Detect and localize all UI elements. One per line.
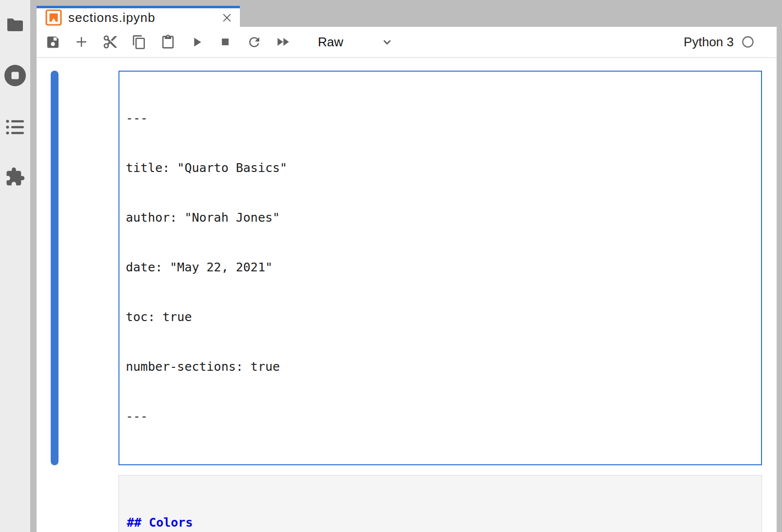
code-line: --- bbox=[126, 110, 755, 127]
restart-kernel-button[interactable] bbox=[246, 34, 262, 50]
code-line: ## Colors bbox=[127, 514, 754, 531]
code-line: --- bbox=[126, 408, 755, 425]
copy-cells-button[interactable] bbox=[131, 34, 147, 50]
fast-forward-icon bbox=[275, 34, 291, 50]
notebook-panel: --- title: "Quarto Basics" author: "Nora… bbox=[37, 58, 777, 532]
list-icon bbox=[6, 119, 24, 137]
cell-type-select[interactable]: Raw bbox=[318, 32, 393, 52]
tab-bar: sections.ipynb bbox=[37, 0, 777, 27]
run-icon bbox=[189, 35, 204, 50]
run-all-button[interactable] bbox=[274, 34, 291, 50]
main-dock-panel: sections.ipynb bbox=[37, 0, 777, 532]
plus-icon bbox=[74, 35, 89, 49]
kernel-status-icon[interactable] bbox=[742, 36, 754, 48]
code-line: number-sections: true bbox=[126, 359, 755, 375]
cell-raw-frontmatter: --- title: "Quarto Basics" author: "Nora… bbox=[118, 71, 762, 465]
kernel-name[interactable]: Python 3 bbox=[684, 35, 734, 50]
left-activity-bar bbox=[0, 0, 30, 532]
chevron-down-icon bbox=[381, 36, 393, 48]
save-icon bbox=[45, 35, 60, 50]
save-button[interactable] bbox=[44, 34, 61, 50]
cell-editor-active[interactable]: --- title: "Quarto Basics" author: "Nora… bbox=[118, 71, 762, 465]
cell-markdown-colors: ## Colors - Red - Green - Blue bbox=[118, 475, 762, 532]
run-cell-button[interactable] bbox=[188, 34, 205, 50]
notebook-toolbar: Raw Python 3 bbox=[37, 27, 777, 58]
stop-circle-icon bbox=[3, 64, 27, 89]
tab-sections-ipynb[interactable]: sections.ipynb bbox=[37, 6, 240, 27]
interrupt-kernel-button[interactable] bbox=[217, 34, 234, 50]
cell-list: --- title: "Quarto Basics" author: "Nora… bbox=[37, 58, 777, 532]
cell-collapser[interactable] bbox=[51, 71, 59, 465]
notebook-icon bbox=[45, 9, 62, 26]
right-edge-strip bbox=[777, 0, 782, 532]
code-line: date: "May 22, 2021" bbox=[126, 259, 755, 276]
sidebar-item-running-sessions[interactable] bbox=[3, 66, 27, 87]
code-line: author: "Norah Jones" bbox=[126, 209, 755, 226]
code-line: toc: true bbox=[126, 309, 755, 325]
copy-icon bbox=[132, 35, 147, 50]
close-icon[interactable] bbox=[220, 11, 233, 24]
cell-editor[interactable]: ## Colors - Red - Green - Blue bbox=[118, 475, 762, 532]
cut-icon bbox=[102, 34, 118, 50]
sidebar-item-table-of-contents[interactable] bbox=[3, 117, 27, 139]
cut-cells-button[interactable] bbox=[102, 34, 118, 50]
restart-icon bbox=[247, 35, 262, 50]
kernel-area: Python 3 bbox=[684, 35, 777, 50]
folder-icon bbox=[6, 17, 24, 34]
puzzle-icon bbox=[5, 167, 25, 189]
stop-icon bbox=[218, 35, 233, 49]
code-line: title: "Quarto Basics" bbox=[126, 160, 755, 176]
sidebar-item-file-browser[interactable] bbox=[3, 15, 27, 36]
paste-icon bbox=[160, 35, 176, 50]
tab-title: sections.ipynb bbox=[68, 10, 220, 25]
cell-type-value: Raw bbox=[318, 35, 343, 50]
sidebar-item-extensions[interactable] bbox=[3, 167, 27, 189]
insert-cell-button[interactable] bbox=[73, 34, 90, 50]
sidebar-splitter[interactable] bbox=[30, 0, 37, 532]
paste-cells-button[interactable] bbox=[159, 34, 176, 50]
